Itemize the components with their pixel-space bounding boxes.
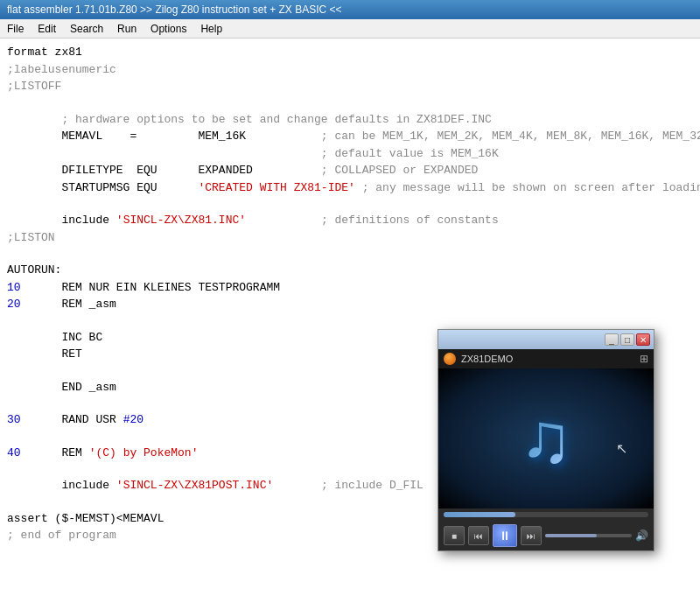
code-line: ;LISTON: [0, 229, 700, 247]
code-line: ;labelusenumeric: [0, 61, 700, 79]
code-line: [0, 313, 700, 329]
media-player-window-controls: _ □ ✕: [605, 333, 650, 346]
media-player-song-title: ZX81DEMO: [456, 352, 640, 367]
progress-bar-fill: [444, 512, 515, 517]
code-line: [0, 196, 700, 212]
next-button[interactable]: ⏭: [521, 526, 542, 545]
minimize-button[interactable]: _: [605, 333, 619, 346]
media-player-titlebar: _ □ ✕: [438, 330, 654, 349]
menu-run[interactable]: Run: [110, 21, 144, 37]
media-player-window: _ □ ✕ ZX81DEMO ⊞ ♫ ↖ ■ ⏮ ⏸ ⏭: [438, 329, 654, 551]
code-line: format zx81: [0, 44, 700, 61]
grid-icon[interactable]: ⊞: [640, 351, 648, 367]
media-display: ♫ ↖: [438, 368, 654, 508]
code-line: 20 REM _asm: [0, 296, 700, 313]
code-editor: format zx81 ;labelusenumeric ;LISTOFF ; …: [0, 39, 700, 603]
menu-search[interactable]: Search: [63, 21, 110, 37]
volume-icon: 🔊: [635, 528, 648, 543]
stop-button[interactable]: ■: [444, 526, 465, 545]
volume-slider[interactable]: [545, 534, 632, 537]
cursor-indicator: ↖: [616, 438, 627, 459]
code-line: MEMAVL = MEM_16K ; can be MEM_1K, MEM_2K…: [0, 128, 700, 145]
code-line: ; default value is MEM_16K: [0, 145, 700, 163]
prev-button[interactable]: ⏮: [468, 526, 489, 545]
media-player-menu: ZX81DEMO ⊞: [438, 349, 654, 368]
code-line: [0, 246, 700, 262]
menu-bar: File Edit Search Run Options Help: [0, 19, 700, 39]
volume-fill: [545, 534, 597, 537]
play-pause-button[interactable]: ⏸: [493, 524, 517, 547]
music-note-icon: ♫: [520, 386, 572, 491]
media-player-logo: [444, 353, 456, 365]
menu-options[interactable]: Options: [144, 21, 193, 37]
progress-bar-track[interactable]: [444, 512, 648, 517]
menu-help[interactable]: Help: [193, 21, 229, 37]
maximize-button[interactable]: □: [620, 333, 634, 346]
code-line: include 'SINCL-ZX\ZX81.INC' ; definition…: [0, 212, 700, 229]
menu-edit[interactable]: Edit: [31, 21, 63, 37]
code-line: STARTUPMSG EQU 'CREATED WITH ZX81-IDE' ;…: [0, 179, 700, 197]
code-line: AUTORUN:: [0, 262, 700, 279]
code-line: DFILETYPE EQU EXPANDED ; COLLAPSED or EX…: [0, 162, 700, 179]
code-line: ;LISTOFF: [0, 78, 700, 95]
app-titlebar: flat assembler 1.71.01b.Z80 >> Zilog Z80…: [0, 0, 700, 19]
app-title: flat assembler 1.71.01b.Z80 >> Zilog Z80…: [7, 4, 342, 16]
close-button[interactable]: ✕: [636, 333, 650, 346]
progress-area[interactable]: [438, 508, 654, 521]
code-line: 10 REM NUR EIN KLEINES TESTPROGRAMM: [0, 279, 700, 297]
controls-area: ■ ⏮ ⏸ ⏭ 🔊: [438, 521, 654, 550]
code-line: [0, 95, 700, 111]
menu-file[interactable]: File: [0, 21, 31, 37]
code-line: ; hardware options to be set and change …: [0, 111, 700, 129]
